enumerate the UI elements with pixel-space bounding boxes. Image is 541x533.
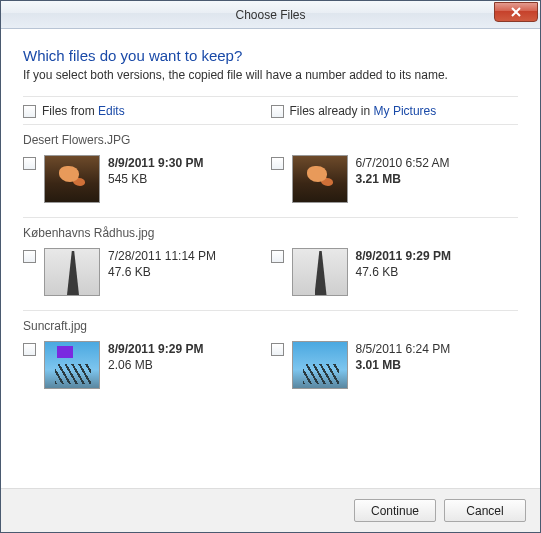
file-checkbox[interactable]	[271, 343, 284, 356]
column-header-dest: Files already in My Pictures	[271, 103, 519, 118]
file-checkbox[interactable]	[23, 157, 36, 170]
file-meta: 8/9/2011 9:29 PM2.06 MB	[108, 341, 203, 373]
file-option-source[interactable]: 7/28/2011 11:14 PM47.6 KB	[23, 246, 271, 298]
file-date: 8/5/2011 6:24 PM	[356, 341, 451, 357]
file-checkbox[interactable]	[23, 250, 36, 263]
close-icon	[511, 7, 521, 17]
file-group-title: Desert Flowers.JPG	[23, 133, 518, 147]
file-group-title: Københavns Rådhus.jpg	[23, 226, 518, 240]
file-option-dest[interactable]: 8/5/2011 6:24 PM3.01 MB	[271, 339, 519, 391]
file-meta: 8/5/2011 6:24 PM3.01 MB	[356, 341, 451, 373]
continue-button[interactable]: Continue	[354, 499, 436, 522]
file-meta: 8/9/2011 9:29 PM47.6 KB	[356, 248, 451, 280]
file-size: 2.06 MB	[108, 357, 203, 373]
file-thumbnail	[292, 155, 348, 203]
file-checkbox[interactable]	[23, 343, 36, 356]
select-all-source-checkbox[interactable]	[23, 105, 36, 118]
window-title: Choose Files	[1, 8, 540, 22]
file-date: 8/9/2011 9:30 PM	[108, 155, 203, 171]
file-group: Suncraft.jpg8/9/2011 9:29 PM2.06 MB8/5/2…	[23, 311, 518, 403]
dest-folder-link[interactable]: My Pictures	[374, 104, 437, 118]
file-size: 3.01 MB	[356, 357, 451, 373]
file-meta: 7/28/2011 11:14 PM47.6 KB	[108, 248, 216, 280]
file-date: 7/28/2011 11:14 PM	[108, 248, 216, 264]
file-date: 8/9/2011 9:29 PM	[356, 248, 451, 264]
file-size: 47.6 KB	[356, 264, 451, 280]
file-checkbox[interactable]	[271, 250, 284, 263]
file-thumbnail	[44, 248, 100, 296]
file-thumbnail	[292, 341, 348, 389]
titlebar: Choose Files	[1, 1, 540, 29]
footer: Continue Cancel	[1, 488, 540, 532]
select-all-dest-checkbox[interactable]	[271, 105, 284, 118]
file-thumbnail	[44, 341, 100, 389]
dialog-window: Choose Files Which files do you want to …	[0, 0, 541, 533]
file-group: Københavns Rådhus.jpg7/28/2011 11:14 PM4…	[23, 218, 518, 311]
file-group: Desert Flowers.JPG8/9/2011 9:30 PM545 KB…	[23, 125, 518, 218]
file-option-dest[interactable]: 8/9/2011 9:29 PM47.6 KB	[271, 246, 519, 298]
file-groups: Desert Flowers.JPG8/9/2011 9:30 PM545 KB…	[23, 125, 518, 403]
column-header-source: Files from Edits	[23, 103, 271, 118]
file-pair: 7/28/2011 11:14 PM47.6 KB8/9/2011 9:29 P…	[23, 246, 518, 298]
file-option-source[interactable]: 8/9/2011 9:30 PM545 KB	[23, 153, 271, 205]
column-header-source-prefix: Files from	[42, 104, 98, 118]
file-meta: 8/9/2011 9:30 PM545 KB	[108, 155, 203, 187]
content-area: Which files do you want to keep? If you …	[1, 29, 540, 488]
column-header-dest-prefix: Files already in	[290, 104, 374, 118]
file-size: 47.6 KB	[108, 264, 216, 280]
file-checkbox[interactable]	[271, 157, 284, 170]
file-pair: 8/9/2011 9:30 PM545 KB6/7/2010 6:52 AM3.…	[23, 153, 518, 205]
file-thumbnail	[292, 248, 348, 296]
columns-header-row: Files from Edits Files already in My Pic…	[23, 96, 518, 125]
cancel-button[interactable]: Cancel	[444, 499, 526, 522]
file-pair: 8/9/2011 9:29 PM2.06 MB8/5/2011 6:24 PM3…	[23, 339, 518, 391]
file-size: 3.21 MB	[356, 171, 450, 187]
file-thumbnail	[44, 155, 100, 203]
file-date: 6/7/2010 6:52 AM	[356, 155, 450, 171]
subheading: If you select both versions, the copied …	[23, 68, 518, 82]
file-size: 545 KB	[108, 171, 203, 187]
file-option-source[interactable]: 8/9/2011 9:29 PM2.06 MB	[23, 339, 271, 391]
file-option-dest[interactable]: 6/7/2010 6:52 AM3.21 MB	[271, 153, 519, 205]
heading: Which files do you want to keep?	[23, 47, 518, 64]
file-group-title: Suncraft.jpg	[23, 319, 518, 333]
file-meta: 6/7/2010 6:52 AM3.21 MB	[356, 155, 450, 187]
close-button[interactable]	[494, 2, 538, 22]
file-date: 8/9/2011 9:29 PM	[108, 341, 203, 357]
source-folder-link[interactable]: Edits	[98, 104, 125, 118]
